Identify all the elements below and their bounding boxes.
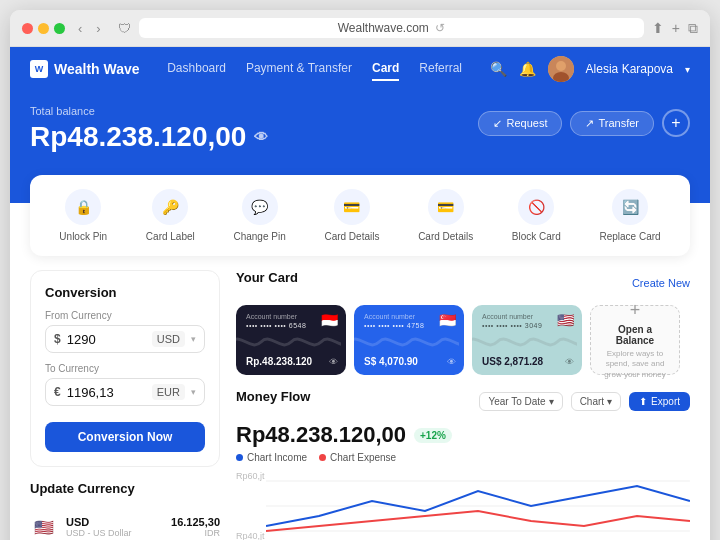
user-avatar[interactable] [548,56,574,82]
share-icon[interactable]: ⬆ [652,20,664,37]
chart-select[interactable]: Chart ▾ [571,392,621,411]
quick-replace-card[interactable]: 🔄 Replace Card [599,189,660,242]
from-code[interactable]: USD [152,331,185,347]
replace-card-label: Replace Card [599,231,660,242]
legend-expense-dot [319,454,326,461]
open-balance-title: Open a Balance [599,324,671,346]
app-container: W Wealth Wave Dashboard Payment & Transf… [10,47,710,540]
windows-icon[interactable]: ⧉ [688,20,698,37]
year-to-date-label: Year To Date [488,396,545,407]
create-new-link[interactable]: Create New [632,277,690,289]
nav-payment[interactable]: Payment & Transfer [246,57,352,81]
quick-card-label[interactable]: 🔑 Card Label [146,189,195,242]
money-flow-controls: Year To Date ▾ Chart ▾ ⬆ Export [479,392,690,411]
your-card-title: Your Card [236,270,298,285]
from-amount: 1290 [67,332,146,347]
flow-growth-badge: +12% [414,428,452,443]
close-button[interactable] [22,23,33,34]
card-label-label: Card Label [146,231,195,242]
to-symbol: € [54,385,61,399]
back-button[interactable]: ‹ [73,19,87,38]
from-currency-input[interactable]: $ 1290 USD ▾ [45,325,205,353]
cards-row: 🇮🇩 Account number •••• •••• •••• 6548 Rp… [236,305,690,375]
open-balance-plus-icon: + [630,300,641,321]
card-details-1-label: Card Details [324,231,379,242]
transfer-button[interactable]: ↗ Transfer [570,111,654,136]
usd-code: USD [66,516,163,528]
maximize-button[interactable] [54,23,65,34]
to-chevron-icon[interactable]: ▾ [191,387,196,397]
unlock-pin-icon: 🔒 [65,189,101,225]
left-panel: Conversion From Currency $ 1290 USD ▾ To… [30,270,220,540]
eye-icon[interactable]: 👁 [254,129,268,145]
add-button[interactable]: + [662,109,690,137]
card-details-2-icon: 💳 [428,189,464,225]
quick-card-details-2[interactable]: 💳 Card Details [418,189,473,242]
to-amount: 1196,13 [67,385,146,400]
browser-nav[interactable]: ‹ › [73,19,106,38]
to-currency-label: To Currency [45,363,205,374]
conversion-title: Conversion [45,285,205,300]
card-idr-eye-icon[interactable]: 👁 [329,357,338,367]
card-sgd[interactable]: 🇸🇬 Account number •••• •••• •••• 4758 S$… [354,305,464,375]
from-chevron-icon[interactable]: ▾ [191,334,196,344]
to-currency-field: To Currency € 1196,13 EUR ▾ [45,363,205,406]
usd-value-group: 16.125,30 IDR [171,516,220,538]
request-label: Request [506,117,547,129]
brand-name: Wealth Wave [54,61,140,77]
change-pin-icon: 💬 [242,189,278,225]
open-balance-card[interactable]: + Open a Balance Explore ways to spend, … [590,305,680,375]
chart-legend: Chart Income Chart Expense [236,452,690,463]
balance-value: Rp48.238.120,00 [30,121,246,153]
chevron-down-icon[interactable]: ▾ [685,64,690,75]
nav-dashboard[interactable]: Dashboard [167,57,226,81]
chart-svg [266,471,690,540]
quick-card-details-1[interactable]: 💳 Card Details [324,189,379,242]
top-navigation: W Wealth Wave Dashboard Payment & Transf… [10,47,710,91]
card-usd-eye-icon[interactable]: 👁 [565,357,574,367]
replace-card-icon: 🔄 [612,189,648,225]
export-label: Export [651,396,680,407]
user-name: Alesia Karapova [586,62,673,76]
quick-block-card[interactable]: 🚫 Block Card [512,189,561,242]
minimize-button[interactable] [38,23,49,34]
quick-unlock-pin[interactable]: 🔒 Unlock Pin [59,189,107,242]
nav-referral[interactable]: Referral [419,57,462,81]
forward-button[interactable]: › [91,19,105,38]
security-icon: 🛡 [118,21,131,36]
card-sgd-flag: 🇸🇬 [439,312,456,328]
notification-icon[interactable]: 🔔 [519,61,536,77]
card-sgd-eye-icon[interactable]: 👁 [447,357,456,367]
your-card-header: Your Card Create New [236,270,690,295]
y-label-40: Rp40,jt [236,531,265,540]
usd-value: 16.125,30 [171,516,220,528]
flow-value: Rp48.238.120,00 [236,422,406,448]
currency-row-usd: 🇺🇸 USD USD - US Dollar 16.125,30 IDR [30,506,220,540]
export-button[interactable]: ⬆ Export [629,392,690,411]
quick-actions-bar: 🔒 Unlock Pin 🔑 Card Label 💬 Change Pin 💳… [30,175,690,256]
browser-titlebar: ‹ › 🛡 Wealthwave.com ↺ ⬆ + ⧉ [10,10,710,47]
block-card-label: Block Card [512,231,561,242]
svg-point-1 [556,61,566,71]
update-currency-title: Update Currency [30,481,220,496]
address-bar[interactable]: Wealthwave.com ↺ [139,18,644,38]
search-icon[interactable]: 🔍 [490,61,507,77]
nav-card[interactable]: Card [372,57,399,81]
export-icon: ⬆ [639,396,647,407]
card-idr[interactable]: 🇮🇩 Account number •••• •••• •••• 6548 Rp… [236,305,346,375]
usd-flag: 🇺🇸 [30,513,58,540]
to-code[interactable]: EUR [152,384,185,400]
chart-area: Rp60,jt Rp40,jt [236,471,690,540]
reload-icon[interactable]: ↺ [435,21,445,35]
card-details-2-label: Card Details [418,231,473,242]
usd-name: USD - US Dollar [66,528,163,538]
to-currency-input[interactable]: € 1196,13 EUR ▾ [45,378,205,406]
request-button[interactable]: ↙ Request [478,111,562,136]
main-content: Conversion From Currency $ 1290 USD ▾ To… [10,256,710,540]
quick-change-pin[interactable]: 💬 Change Pin [233,189,285,242]
usd-info: USD USD - US Dollar [66,516,163,538]
convert-button[interactable]: Conversion Now [45,422,205,452]
year-to-date-select[interactable]: Year To Date ▾ [479,392,562,411]
new-tab-icon[interactable]: + [672,20,680,37]
card-usd[interactable]: 🇺🇸 Account number •••• •••• •••• 3049 US… [472,305,582,375]
